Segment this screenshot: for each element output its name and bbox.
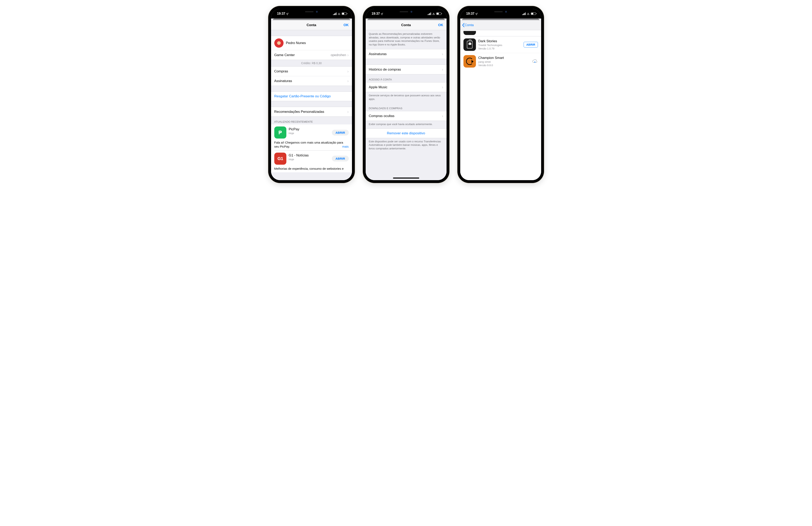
- battery-icon: [436, 13, 441, 15]
- app-sub: Hoje: [289, 158, 332, 161]
- app-row-champion-smart[interactable]: Champion Smart yang ximei Versão 9.8.0: [460, 53, 541, 70]
- resgatar-row[interactable]: Resgatar Cartão-Presente ou Código: [271, 92, 352, 101]
- credit-label: Crédito: R$ 0,30: [271, 60, 352, 66]
- app-row-dark-stories[interactable]: Dark Stories Treebit Technologies Versão…: [460, 36, 541, 53]
- screen-3: 19:37 Conta: [460, 9, 541, 180]
- nav-bar: Conta OK: [271, 20, 352, 30]
- g1-desc: Melhorias de experiência, consumo de web…: [271, 166, 352, 172]
- picpay-desc: Fala aí! Chegamos com mais uma atualizaç…: [271, 140, 352, 150]
- dark-stories-icon: [463, 39, 476, 51]
- chevron-right-icon: ›: [347, 109, 349, 114]
- nav-back-button[interactable]: Conta: [462, 23, 474, 27]
- ocultas-footer: Exibir compras que você havia ocultado a…: [366, 121, 447, 129]
- app-row-picpay[interactable]: P PicPay Hoje ABRIR: [271, 124, 352, 140]
- notch: [294, 9, 329, 14]
- remover-footer: Este dispositivo pode ser usado com o re…: [366, 138, 447, 153]
- chevron-right-icon: ›: [442, 52, 443, 56]
- battery-icon: [531, 13, 536, 15]
- content-area[interactable]: Dark Stories Treebit Technologies Versão…: [460, 30, 541, 180]
- wifi-icon: [432, 13, 435, 15]
- app-row-g1[interactable]: G1 G1 - Notícias Hoje ABRIR: [271, 151, 352, 166]
- chevron-right-icon: ›: [347, 53, 349, 57]
- chevron-right-icon: ›: [442, 85, 443, 89]
- screen-2: 19:37 Conta OK Quando as Recomendações p…: [366, 9, 447, 180]
- phone-frame-3: 19:37 Conta: [458, 6, 544, 183]
- app-name: PicPay: [289, 127, 332, 131]
- nav-ok-button[interactable]: OK: [438, 23, 443, 27]
- chevron-right-icon: ›: [347, 79, 349, 83]
- location-icon: [380, 13, 383, 15]
- app-name: Dark Stories: [478, 39, 524, 43]
- app-sub: Hoje: [289, 132, 332, 135]
- app-publisher: yang ximei: [478, 60, 532, 63]
- chevron-right-icon: ›: [442, 67, 443, 72]
- assinaturas-row[interactable]: Assinaturas ›: [271, 76, 352, 86]
- content-area[interactable]: Pedro Nunes Game Center opedrohen › Créd…: [271, 30, 352, 180]
- compras-row[interactable]: Compras ›: [271, 66, 352, 76]
- open-button-picpay[interactable]: ABRIR: [332, 130, 349, 136]
- sheet: Conta OK Quando as Recomendações persona…: [366, 20, 447, 180]
- gamecenter-value: opedrohen: [331, 53, 346, 57]
- updated-recently-header: ATUALIZADO RECENTEMENTE: [271, 117, 352, 124]
- apple-music-row[interactable]: Apple Music ›: [366, 82, 447, 92]
- wifi-icon: [337, 13, 341, 15]
- screen-1: 19:37 Conta OK Pedro Nunes: [271, 9, 352, 180]
- profile-row[interactable]: Pedro Nunes: [271, 36, 352, 50]
- partial-app-icon: [463, 31, 476, 35]
- remove-device-row[interactable]: Remover este dispositivo: [366, 129, 447, 138]
- open-button-g1[interactable]: ABRIR: [332, 156, 349, 162]
- nav-ok-button[interactable]: OK: [344, 23, 349, 27]
- nav-bar: Conta: [460, 20, 541, 30]
- app-name: Champion Smart: [478, 56, 532, 60]
- wifi-icon: [527, 13, 530, 15]
- app-publisher: Treebit Technologies: [478, 44, 524, 47]
- sheet: Conta OK Pedro Nunes Game Center opedroh…: [271, 20, 352, 180]
- status-time: 19:37: [277, 12, 285, 15]
- champion-smart-icon: [463, 55, 476, 67]
- open-button-dark[interactable]: ABRIR: [524, 42, 538, 47]
- acesso-header: ACESSO À CONTA: [366, 74, 447, 82]
- recomendacoes-row[interactable]: Recomendações Personalizadas ›: [271, 107, 352, 117]
- sheet: Conta Dark Stories Treebit Technologies …: [460, 20, 541, 180]
- g1-icon: G1: [274, 153, 286, 165]
- downloads-header: DOWNLOADS E COMPRAS: [366, 103, 447, 111]
- phone-frame-2: 19:37 Conta OK Quando as Recomendações p…: [363, 6, 449, 183]
- app-version: Versão 9.8.0: [478, 64, 532, 67]
- location-icon: [286, 13, 289, 15]
- cellular-icon: [333, 13, 336, 15]
- recommendations-note: Quando as Recomendações personalizadas e…: [366, 30, 447, 49]
- app-name: G1 - Notícias: [289, 153, 332, 157]
- battery-icon: [342, 13, 347, 15]
- app-version: Versão 1.0.79: [478, 47, 524, 50]
- nav-title: Conta: [401, 23, 411, 27]
- home-indicator[interactable]: [393, 178, 419, 179]
- gamecenter-row[interactable]: Game Center opedrohen ›: [271, 50, 352, 60]
- phone-frame-1: 19:37 Conta OK Pedro Nunes: [268, 6, 355, 183]
- avatar: [274, 39, 284, 48]
- acesso-footer: Gerencie serviços de terceiros que possu…: [366, 92, 447, 103]
- cellular-icon: [522, 13, 526, 15]
- more-link[interactable]: mais: [342, 145, 349, 149]
- notch: [389, 9, 423, 14]
- picpay-icon: P: [274, 126, 286, 138]
- chevron-right-icon: ›: [442, 114, 443, 118]
- nav-bar: Conta OK: [366, 20, 447, 30]
- profile-name: Pedro Nunes: [286, 41, 349, 45]
- download-cloud-icon[interactable]: [532, 59, 538, 63]
- assinaturas-row[interactable]: Assinaturas ›: [366, 49, 447, 59]
- content-area[interactable]: Quando as Recomendações personalizadas e…: [366, 30, 447, 180]
- status-time: 19:37: [372, 12, 380, 15]
- chevron-left-icon: [462, 23, 465, 27]
- nav-title: Conta: [306, 23, 316, 27]
- gamecenter-label: Game Center: [274, 53, 331, 57]
- chevron-right-icon: ›: [347, 69, 349, 74]
- cellular-icon: [427, 13, 431, 15]
- status-time: 19:37: [466, 12, 475, 15]
- compras-ocultas-row[interactable]: Compras ocultas ›: [366, 111, 447, 121]
- notch: [483, 9, 518, 14]
- location-icon: [475, 13, 478, 15]
- historico-row[interactable]: Histórico de compras ›: [366, 65, 447, 74]
